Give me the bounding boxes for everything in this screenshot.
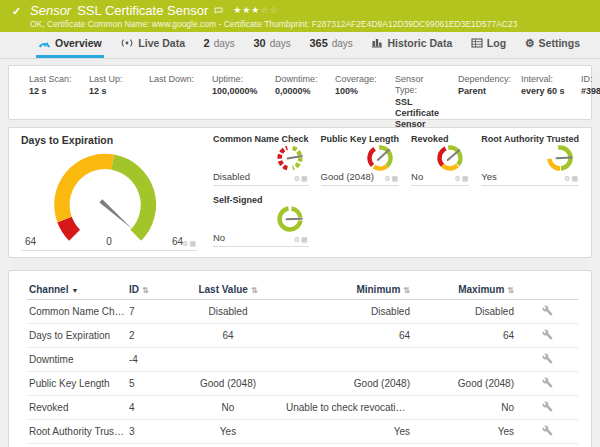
column-header-minimum[interactable]: Minimum⇅ — [284, 279, 412, 300]
cell-last-value: Good (2048) — [172, 372, 284, 396]
sort-icon: ⇅ — [251, 286, 258, 295]
sort-icon: ⇅ — [507, 286, 514, 295]
gauge-settings-icons[interactable]: ⚙▦ — [294, 175, 309, 183]
column-header-last-value[interactable]: Last Value⇅ — [172, 279, 284, 300]
tab-settings[interactable]: ⚙ Settings — [523, 32, 582, 58]
grid-icon: ▦ — [571, 175, 579, 182]
gauge-segment-yellow — [374, 166, 387, 168]
cell-channel[interactable]: Root Authority Trusted — [27, 420, 127, 444]
cell-channel[interactable]: Downtime — [27, 348, 127, 372]
cell-maximum: Good (2048) — [412, 372, 516, 396]
gauge-current-value: Good (2048) — [321, 171, 374, 182]
sort-desc-icon: ▼ — [71, 287, 78, 294]
column-header-channel[interactable]: Channel▼ — [27, 279, 127, 300]
column-header-id[interactable]: ID⇅ — [127, 279, 172, 300]
table-row[interactable]: Root Authority Trusted 3 Yes Yes Yes — [27, 420, 578, 444]
grid-icon: ▦ — [301, 236, 309, 243]
gauge-settings-icons[interactable]: ⚙▦ — [182, 240, 197, 248]
days-to-expiration-gauge — [25, 147, 195, 247]
tab-30-days[interactable]: 30 days — [251, 32, 292, 58]
info-sensor-type: Sensor Type:SSL Certificate Sensor — [395, 74, 447, 119]
gauge-segment-red — [370, 149, 375, 166]
gauge-settings-icons[interactable]: ⚙▦ — [564, 175, 579, 183]
tab-label: 365 — [309, 37, 327, 49]
gauge-needle — [448, 150, 460, 160]
tab-label: Overview — [55, 37, 102, 49]
sensor-status-message: OK, Certificate Common Name: www.google.… — [30, 19, 590, 29]
gauge-title: Days to Expiration — [21, 134, 197, 146]
gauge-settings-icons[interactable]: ⚙▦ — [454, 175, 469, 183]
grid-icon: ▦ — [301, 175, 309, 182]
gauge-settings-icons[interactable]: ⚙▦ — [294, 236, 309, 244]
tab-overview[interactable]: Overview — [36, 32, 104, 58]
cell-last-value: No — [172, 396, 284, 420]
cell-minimum: Yes — [284, 420, 412, 444]
channel-settings-wrench-icon[interactable] — [542, 377, 553, 388]
cell-maximum: 64 — [412, 324, 516, 348]
cell-maximum: No — [412, 396, 516, 420]
tooltip-flag-icon[interactable] — [214, 7, 223, 14]
cell-minimum — [284, 348, 412, 372]
tab-bar: Overview Live Data 2 days 30 days 365 da… — [0, 32, 600, 59]
info-last-scan: Last Scan:12 s — [29, 74, 78, 119]
cell-last-value: 64 — [172, 324, 284, 348]
info-coverage: Coverage:100% — [335, 74, 384, 119]
tab-2-days[interactable]: 2 days — [202, 32, 237, 58]
cell-channel[interactable]: Revoked — [27, 396, 127, 420]
cell-channel[interactable]: Self-Signed — [27, 444, 127, 447]
channel-settings-wrench-icon[interactable] — [542, 425, 553, 436]
table-row[interactable]: Downtime -4 — [27, 348, 578, 372]
tab-live-data[interactable]: Live Data — [118, 32, 187, 58]
tab-label: Log — [487, 37, 506, 49]
cell-maximum: Disabled — [412, 300, 516, 324]
cell-channel[interactable]: Public Key Length — [27, 372, 127, 396]
channel-settings-wrench-icon[interactable] — [542, 353, 553, 364]
gear-icon: ⚙ — [525, 38, 535, 48]
gauge-needle — [286, 219, 301, 220]
gauge-needle — [99, 199, 132, 229]
tab-label: Historic Data — [387, 37, 452, 49]
gauge-tile-common-name-check: Common Name Check Disabled ⚙▦ — [213, 134, 309, 186]
channel-settings-wrench-icon[interactable] — [542, 329, 553, 340]
table-row[interactable]: Self-Signed 6 No No No — [27, 444, 578, 447]
cell-id: 7 — [127, 300, 172, 324]
gauge-tile-public-key-length: Public Key Length Good (2048) ⚙▦ — [321, 134, 400, 186]
cell-id: 3 — [127, 420, 172, 444]
gear-icon: ⚙ — [454, 175, 461, 182]
cell-maximum: No — [412, 444, 516, 447]
info-downtime: Downtime:0,0000% — [275, 74, 324, 119]
gauge-segment-green — [291, 209, 300, 218]
cell-minimum: No — [284, 444, 412, 447]
tab-log[interactable]: Log — [469, 32, 508, 58]
channel-settings-wrench-icon[interactable] — [542, 401, 553, 412]
gauge-segment-red — [65, 220, 75, 236]
gauge-tile-self-signed: Self-Signed No ⚙▦ — [213, 195, 309, 247]
page-title: SSL Certificate Sensor — [77, 3, 208, 18]
table-row[interactable]: Public Key Length 5 Good (2048) Good (20… — [27, 372, 578, 396]
column-header-maximum[interactable]: Maximum⇅ — [412, 279, 516, 300]
info-dependency: Dependency:Parent — [458, 74, 510, 119]
gauge-current-value: No — [213, 232, 225, 243]
priority-stars[interactable]: ★★★☆☆ — [233, 3, 278, 18]
tab-365-days[interactable]: 365 days — [307, 32, 354, 58]
grid-icon: ▦ — [391, 175, 399, 182]
channels-table: Channel▼ ID⇅ Last Value⇅ Minimum⇅ Maximu… — [27, 279, 578, 447]
grid-icon: ▦ — [189, 240, 197, 247]
table-header-row: Channel▼ ID⇅ Last Value⇅ Minimum⇅ Maximu… — [27, 279, 578, 300]
channels-table-panel: Channel▼ ID⇅ Last Value⇅ Minimum⇅ Maximu… — [8, 270, 592, 447]
cell-id: 4 — [127, 396, 172, 420]
table-row[interactable]: Common Name Check 7 Disabled Disabled Di… — [27, 300, 578, 324]
cell-minimum: Good (2048) — [284, 372, 412, 396]
tab-historic-data[interactable]: Historic Data — [369, 32, 454, 58]
tab-label: Settings — [539, 37, 580, 49]
gauge-settings-icons[interactable]: ⚙▦ — [384, 175, 399, 183]
cell-id: -4 — [127, 348, 172, 372]
table-row[interactable]: Revoked 4 No Unable to check revocation.… — [27, 396, 578, 420]
cell-channel[interactable]: Common Name Check — [27, 300, 127, 324]
channel-settings-wrench-icon[interactable] — [542, 305, 553, 316]
gauge-segment-green — [113, 162, 149, 235]
cell-channel[interactable]: Days to Expiration — [27, 324, 127, 348]
gear-icon: ⚙ — [294, 175, 301, 182]
gear-icon: ⚙ — [294, 236, 301, 243]
table-row[interactable]: Days to Expiration 2 64 64 64 — [27, 324, 578, 348]
